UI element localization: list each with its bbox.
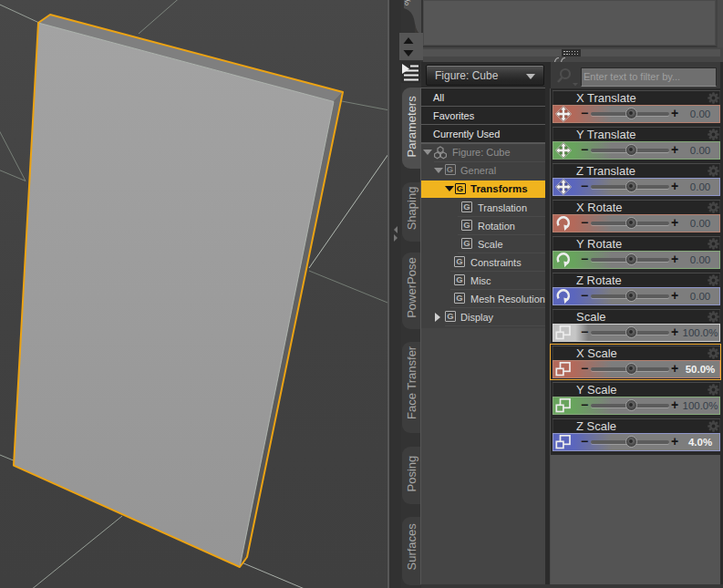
svg-text:oy: oy [403, 0, 410, 5]
